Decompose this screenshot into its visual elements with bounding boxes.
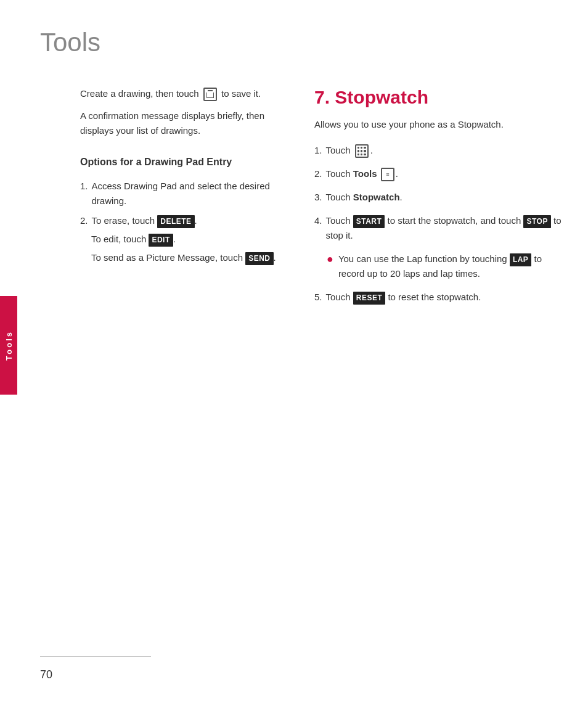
start-badge: START [353, 215, 385, 228]
bottom-divider [40, 656, 151, 657]
sub-item-edit: To edit, touch EDIT. [91, 232, 296, 247]
stopwatch-step-2: 2. Touch Tools ≡. [314, 166, 564, 181]
stopwatch-step-5: 5. Touch RESET to reset the stopwatch. [314, 290, 564, 305]
page-title: Tools [40, 28, 100, 57]
sidebar-label: Tools [4, 330, 14, 361]
sidebar-tab: Tools [0, 296, 17, 395]
page-number: 70 [40, 668, 52, 681]
intro-text-1: Create a drawing, then touch to save it. [80, 86, 296, 101]
save-icon [203, 88, 217, 101]
stopwatch-step-4: 4. Touch START to start the stopwatch, a… [314, 213, 564, 243]
intro-text-3: A confirmation message displays briefly,… [80, 109, 296, 138]
left-column: Create a drawing, then touch to save it.… [80, 86, 296, 270]
sub-item-send: To send as a Picture Message, touch SEND… [91, 250, 296, 265]
right-column: 7. Stopwatch Allows you to use your phon… [314, 86, 564, 313]
menu-grid-icon [355, 144, 369, 158]
bullet-lap: ● You can use the Lap function by touchi… [327, 252, 564, 281]
bullet-icon: ● [327, 252, 333, 281]
list-item-2: 2. To erase, touch DELETE. To edit, touc… [80, 213, 296, 265]
stopwatch-step-3: 3. Touch Stopwatch. [314, 190, 564, 205]
stopwatch-title: 7. Stopwatch [314, 86, 564, 109]
stop-badge: STOP [523, 215, 550, 228]
tools-icon: ≡ [381, 168, 394, 181]
delete-badge: DELETE [157, 215, 194, 228]
stopwatch-step-1: 1. Touch . [314, 143, 564, 158]
send-badge: SEND [245, 252, 273, 265]
lap-badge: LAP [510, 253, 532, 266]
stopwatch-intro: Allows you to use your phone as a Stopwa… [314, 117, 564, 132]
reset-badge: RESET [353, 292, 386, 305]
list-item-1: 1. Access Drawing Pad and select the des… [80, 179, 296, 208]
edit-badge: EDIT [149, 234, 173, 247]
options-heading: Options for a Drawing Pad Entry [80, 155, 296, 169]
